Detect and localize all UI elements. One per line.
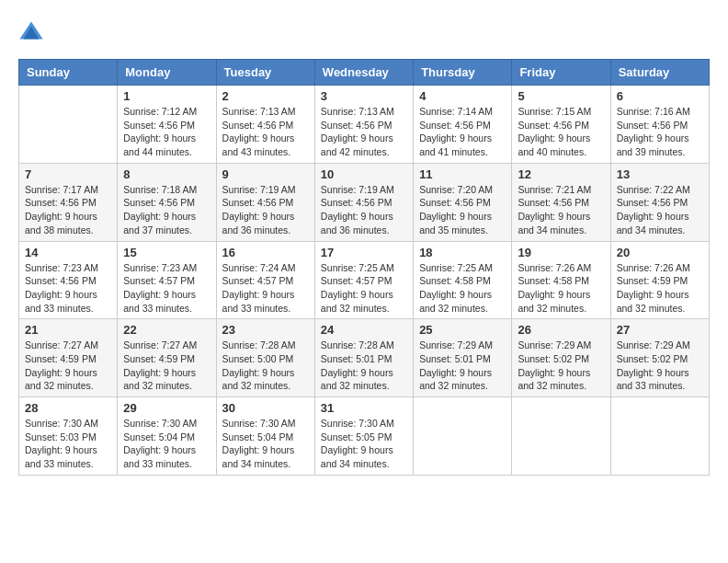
calendar-day-header: Thursday xyxy=(414,60,512,86)
calendar-day-cell: 31Sunrise: 7:30 AMSunset: 5:05 PMDayligh… xyxy=(314,397,413,476)
calendar-day-cell: 16Sunrise: 7:24 AMSunset: 4:57 PMDayligh… xyxy=(216,241,314,319)
calendar-day-cell: 7Sunrise: 7:17 AMSunset: 4:56 PMDaylight… xyxy=(19,163,118,241)
day-info: Sunrise: 7:13 AMSunset: 4:56 PMDaylight:… xyxy=(321,105,407,159)
calendar-day-cell: 28Sunrise: 7:30 AMSunset: 5:03 PMDayligh… xyxy=(19,397,118,476)
calendar-day-cell: 17Sunrise: 7:25 AMSunset: 4:57 PMDayligh… xyxy=(314,241,413,319)
day-info: Sunrise: 7:20 AMSunset: 4:56 PMDaylight:… xyxy=(419,183,506,237)
day-number: 22 xyxy=(123,323,210,337)
day-number: 3 xyxy=(321,89,407,103)
day-info: Sunrise: 7:23 AMSunset: 4:57 PMDaylight:… xyxy=(123,261,210,316)
calendar-day-cell: 30Sunrise: 7:30 AMSunset: 5:04 PMDayligh… xyxy=(216,397,314,476)
day-number: 9 xyxy=(222,167,309,181)
day-info: Sunrise: 7:28 AMSunset: 5:01 PMDaylight:… xyxy=(321,339,407,393)
day-number: 14 xyxy=(25,246,111,259)
day-number: 4 xyxy=(419,89,506,103)
calendar-day-cell: 25Sunrise: 7:29 AMSunset: 5:01 PMDayligh… xyxy=(414,319,512,397)
day-number: 19 xyxy=(518,246,604,259)
day-info: Sunrise: 7:27 AMSunset: 4:59 PMDaylight:… xyxy=(123,339,210,393)
day-number: 2 xyxy=(222,89,309,103)
day-number: 6 xyxy=(617,89,703,103)
day-number: 18 xyxy=(419,246,506,259)
day-number: 29 xyxy=(123,401,210,415)
logo-icon xyxy=(18,18,44,44)
calendar-table: SundayMondayTuesdayWednesdayThursdayFrid… xyxy=(18,59,710,476)
calendar-day-cell: 4Sunrise: 7:14 AMSunset: 4:56 PMDaylight… xyxy=(414,86,512,164)
calendar-day-cell: 15Sunrise: 7:23 AMSunset: 4:57 PMDayligh… xyxy=(118,241,216,319)
day-info: Sunrise: 7:13 AMSunset: 4:56 PMDaylight:… xyxy=(222,105,309,159)
day-info: Sunrise: 7:27 AMSunset: 4:59 PMDaylight:… xyxy=(25,339,111,393)
calendar-day-header: Tuesday xyxy=(216,60,314,86)
calendar-day-cell: 27Sunrise: 7:29 AMSunset: 5:02 PMDayligh… xyxy=(610,319,709,397)
day-info: Sunrise: 7:29 AMSunset: 5:01 PMDaylight:… xyxy=(419,339,506,393)
day-number: 26 xyxy=(518,323,604,337)
day-number: 23 xyxy=(222,323,309,337)
calendar-day-cell: 13Sunrise: 7:22 AMSunset: 4:56 PMDayligh… xyxy=(610,163,709,241)
calendar-day-cell: 22Sunrise: 7:27 AMSunset: 4:59 PMDayligh… xyxy=(118,319,216,397)
calendar-day-cell: 26Sunrise: 7:29 AMSunset: 5:02 PMDayligh… xyxy=(512,319,610,397)
day-info: Sunrise: 7:29 AMSunset: 5:02 PMDaylight:… xyxy=(617,339,703,393)
day-number: 1 xyxy=(123,89,210,103)
day-info: Sunrise: 7:30 AMSunset: 5:04 PMDaylight:… xyxy=(222,417,309,471)
calendar-day-cell xyxy=(19,86,118,164)
calendar-day-cell: 6Sunrise: 7:16 AMSunset: 4:56 PMDaylight… xyxy=(610,86,709,164)
day-number: 31 xyxy=(321,401,407,415)
calendar-day-cell: 24Sunrise: 7:28 AMSunset: 5:01 PMDayligh… xyxy=(314,319,413,397)
day-number: 16 xyxy=(222,246,309,259)
page-header xyxy=(18,18,710,44)
day-info: Sunrise: 7:19 AMSunset: 4:56 PMDaylight:… xyxy=(222,183,309,237)
calendar-day-cell: 21Sunrise: 7:27 AMSunset: 4:59 PMDayligh… xyxy=(19,319,118,397)
calendar-day-header: Sunday xyxy=(19,60,118,86)
day-number: 28 xyxy=(25,401,111,415)
day-number: 7 xyxy=(25,167,111,181)
day-info: Sunrise: 7:26 AMSunset: 4:58 PMDaylight:… xyxy=(518,261,604,316)
day-info: Sunrise: 7:22 AMSunset: 4:56 PMDaylight:… xyxy=(617,183,703,237)
calendar-day-cell: 11Sunrise: 7:20 AMSunset: 4:56 PMDayligh… xyxy=(414,163,512,241)
day-number: 11 xyxy=(419,167,506,181)
calendar-day-cell xyxy=(512,397,610,476)
logo xyxy=(18,18,48,44)
calendar-day-cell: 14Sunrise: 7:23 AMSunset: 4:56 PMDayligh… xyxy=(19,241,118,319)
calendar-day-header: Wednesday xyxy=(314,60,413,86)
calendar-day-cell: 8Sunrise: 7:18 AMSunset: 4:56 PMDaylight… xyxy=(118,163,216,241)
calendar-week-row: 28Sunrise: 7:30 AMSunset: 5:03 PMDayligh… xyxy=(19,397,710,476)
day-number: 27 xyxy=(617,323,703,337)
day-info: Sunrise: 7:24 AMSunset: 4:57 PMDaylight:… xyxy=(222,261,309,316)
day-info: Sunrise: 7:29 AMSunset: 5:02 PMDaylight:… xyxy=(518,339,604,393)
day-info: Sunrise: 7:30 AMSunset: 5:03 PMDaylight:… xyxy=(25,417,111,471)
calendar-day-header: Saturday xyxy=(610,60,709,86)
day-number: 21 xyxy=(25,323,111,337)
calendar-week-row: 21Sunrise: 7:27 AMSunset: 4:59 PMDayligh… xyxy=(19,319,710,397)
calendar-day-cell: 12Sunrise: 7:21 AMSunset: 4:56 PMDayligh… xyxy=(512,163,610,241)
calendar-day-cell: 23Sunrise: 7:28 AMSunset: 5:00 PMDayligh… xyxy=(216,319,314,397)
day-info: Sunrise: 7:18 AMSunset: 4:56 PMDaylight:… xyxy=(123,183,210,237)
day-info: Sunrise: 7:26 AMSunset: 4:59 PMDaylight:… xyxy=(617,261,703,316)
calendar-day-cell: 20Sunrise: 7:26 AMSunset: 4:59 PMDayligh… xyxy=(610,241,709,319)
day-info: Sunrise: 7:30 AMSunset: 5:05 PMDaylight:… xyxy=(321,417,407,471)
day-info: Sunrise: 7:25 AMSunset: 4:57 PMDaylight:… xyxy=(321,261,407,316)
calendar-day-cell: 10Sunrise: 7:19 AMSunset: 4:56 PMDayligh… xyxy=(314,163,413,241)
day-number: 15 xyxy=(123,246,210,259)
day-number: 17 xyxy=(321,246,407,259)
day-number: 5 xyxy=(518,89,604,103)
day-info: Sunrise: 7:30 AMSunset: 5:04 PMDaylight:… xyxy=(123,417,210,471)
calendar-day-cell: 18Sunrise: 7:25 AMSunset: 4:58 PMDayligh… xyxy=(414,241,512,319)
day-info: Sunrise: 7:14 AMSunset: 4:56 PMDaylight:… xyxy=(419,105,506,159)
day-number: 10 xyxy=(321,167,407,181)
calendar-day-cell xyxy=(414,397,512,476)
day-number: 24 xyxy=(321,323,407,337)
calendar-day-cell: 2Sunrise: 7:13 AMSunset: 4:56 PMDaylight… xyxy=(216,86,314,164)
calendar-day-cell: 19Sunrise: 7:26 AMSunset: 4:58 PMDayligh… xyxy=(512,241,610,319)
calendar-day-cell: 29Sunrise: 7:30 AMSunset: 5:04 PMDayligh… xyxy=(118,397,216,476)
day-info: Sunrise: 7:28 AMSunset: 5:00 PMDaylight:… xyxy=(222,339,309,393)
day-info: Sunrise: 7:17 AMSunset: 4:56 PMDaylight:… xyxy=(25,183,111,237)
calendar-day-cell: 1Sunrise: 7:12 AMSunset: 4:56 PMDaylight… xyxy=(118,86,216,164)
calendar-week-row: 1Sunrise: 7:12 AMSunset: 4:56 PMDaylight… xyxy=(19,86,710,164)
day-info: Sunrise: 7:16 AMSunset: 4:56 PMDaylight:… xyxy=(617,105,703,159)
day-info: Sunrise: 7:25 AMSunset: 4:58 PMDaylight:… xyxy=(419,261,506,316)
day-number: 13 xyxy=(617,167,703,181)
calendar-day-header: Monday xyxy=(118,60,216,86)
calendar-day-header: Friday xyxy=(512,60,610,86)
day-number: 20 xyxy=(617,246,703,259)
day-info: Sunrise: 7:15 AMSunset: 4:56 PMDaylight:… xyxy=(518,105,604,159)
day-info: Sunrise: 7:12 AMSunset: 4:56 PMDaylight:… xyxy=(123,105,210,159)
